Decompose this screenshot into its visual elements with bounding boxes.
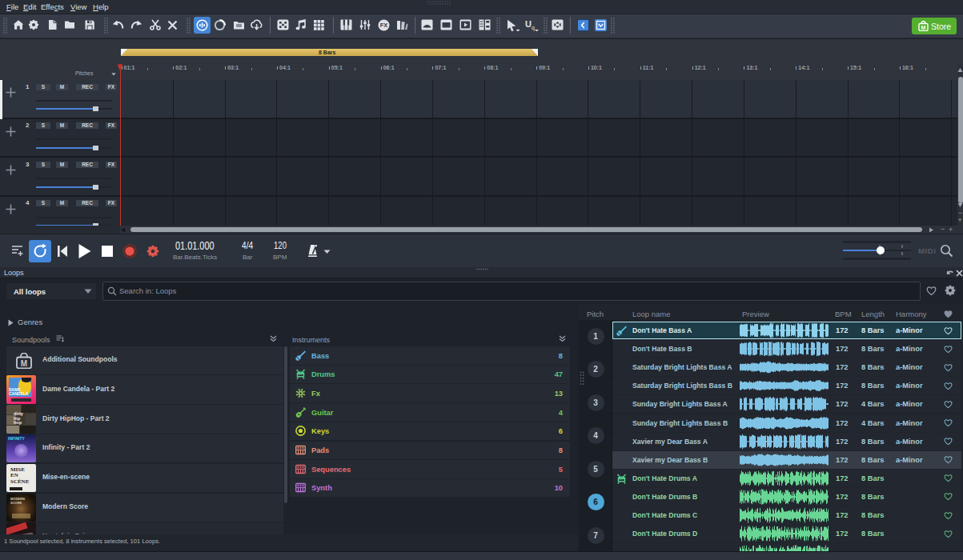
svg-text:M: M [21, 358, 27, 367]
svg-text:M: M [921, 25, 926, 30]
svg-text:FX: FX [380, 22, 388, 29]
svg-text:U: U [525, 19, 532, 29]
svg-text:q: q [532, 25, 535, 31]
